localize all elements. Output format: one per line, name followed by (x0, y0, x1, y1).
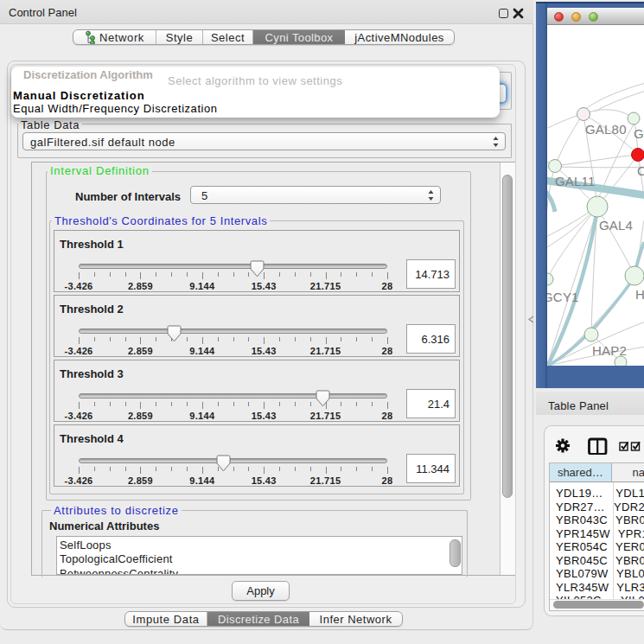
svg-text:GCY1: GCY1 (547, 290, 579, 304)
svg-text:C: C (637, 163, 644, 178)
svg-text:GAL11: GAL11 (555, 174, 596, 188)
svg-text:H: H (635, 287, 644, 302)
svg-text:GA: GA (634, 126, 644, 141)
svg-text:GAL4: GAL4 (599, 218, 633, 233)
svg-text:GAL80: GAL80 (585, 122, 627, 137)
svg-text:HAP2: HAP2 (592, 343, 627, 358)
